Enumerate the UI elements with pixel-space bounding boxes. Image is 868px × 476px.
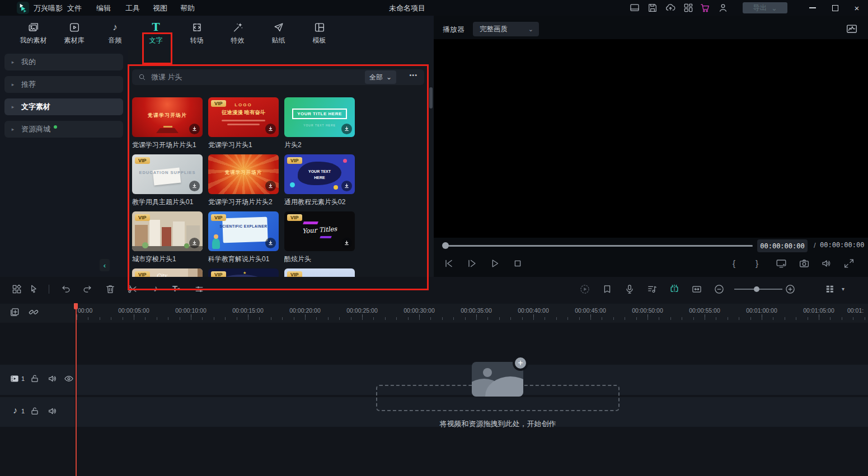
content-scrollbar[interactable] (429, 87, 433, 109)
fit-timeline-button[interactable] (691, 284, 702, 295)
download-icon[interactable] (265, 124, 276, 134)
snapshot-button[interactable] (798, 257, 810, 270)
more-options-icon[interactable]: ••• (409, 72, 417, 78)
adjust-button[interactable] (194, 284, 205, 295)
template-card[interactable]: VIP LOGO 征途漫漫 唯有奋斗 党课学习片头1 (208, 97, 279, 150)
split-button[interactable] (669, 284, 680, 295)
template-thumbnail[interactable]: VIP (132, 211, 203, 251)
download-icon[interactable] (341, 238, 352, 248)
tab-library[interactable]: 素材库 (54, 16, 95, 50)
sidebar-collapse-button[interactable]: ‹ (100, 259, 110, 271)
play-button[interactable] (489, 257, 501, 270)
cloud-upload-icon[interactable] (665, 2, 676, 13)
download-icon[interactable] (189, 124, 200, 134)
fullscreen-button[interactable] (843, 257, 855, 270)
sidebar-item-mine[interactable]: ▸ 我的 (4, 54, 123, 70)
audio-track-lock-icon[interactable] (29, 406, 40, 417)
undo-button[interactable] (60, 284, 72, 295)
template-thumbnail[interactable]: VIP City Travel (132, 268, 203, 277)
template-card[interactable]: VIP City Travel (132, 268, 203, 277)
tab-transitions[interactable]: 转场 (176, 16, 217, 50)
audio-tool-button[interactable]: ♪ (150, 284, 161, 295)
tab-audio[interactable]: ♪ 音频 (95, 16, 135, 50)
template-card[interactable]: VIP Your Titles 酷炫片头 (284, 211, 355, 264)
select-tool-button[interactable] (28, 284, 39, 295)
add-track-icon[interactable] (9, 307, 20, 318)
tab-text[interactable]: T 文字 (135, 16, 176, 50)
timeline-ruler[interactable]: 00:00 00:00:05:00 00:00:10:00 00:00:15:0… (0, 304, 868, 323)
window-minimize-button[interactable] (801, 0, 824, 16)
template-thumbnail[interactable]: VIP (284, 268, 355, 277)
sidebar-item-resource-store[interactable]: ▸ 资源商城 (4, 121, 123, 138)
playback-quality-dropdown[interactable]: 完整画质 ⌄ (473, 22, 539, 36)
zoom-slider-handle[interactable] (754, 286, 759, 292)
menu-help[interactable]: 帮助 (180, 3, 195, 13)
template-card[interactable]: 党课学习开场片 党课学习开场片片头1 (132, 97, 203, 150)
seek-bar[interactable] (445, 245, 753, 247)
delete-button[interactable] (105, 284, 116, 295)
track-view-caret-icon[interactable]: ▾ (842, 286, 844, 292)
zoom-in-button[interactable] (785, 284, 796, 295)
video-track-lock-icon[interactable] (29, 373, 40, 384)
record-voiceover-button[interactable] (624, 284, 635, 295)
store-cart-icon[interactable] (700, 2, 711, 13)
template-thumbnail[interactable]: 党课学习开场片 (132, 97, 203, 137)
window-close-button[interactable]: × (846, 0, 868, 16)
render-preview-button[interactable] (579, 284, 590, 295)
menu-edit[interactable]: 编辑 (96, 3, 111, 13)
template-card[interactable]: VIP SCIENTIFIC EXPLAINER 科学教育解说片头01 (208, 211, 279, 264)
template-thumbnail[interactable]: ★ VIP YOUR TEXT (208, 268, 279, 277)
download-icon[interactable] (265, 181, 276, 191)
tab-my-media[interactable]: 我的素材 (13, 16, 54, 50)
window-maximize-button[interactable] (824, 0, 846, 16)
marker-button[interactable] (602, 284, 613, 295)
playhead-line[interactable] (76, 303, 77, 476)
template-thumbnail[interactable]: VIP YOUR TEXT HERE (284, 154, 355, 194)
download-icon[interactable] (341, 124, 352, 134)
filter-dropdown[interactable]: 全部 ⌄ (365, 70, 396, 84)
seek-handle[interactable] (442, 242, 449, 249)
template-thumbnail[interactable]: VIP Your Titles (284, 211, 355, 251)
volume-button[interactable] (820, 257, 833, 270)
search-query[interactable]: 微课 片头 (151, 72, 182, 82)
template-thumbnail[interactable]: VIP LOGO 征途漫漫 唯有奋斗 (208, 97, 279, 137)
template-card[interactable]: ★ VIP YOUR TEXT (208, 268, 279, 277)
current-timecode[interactable]: 00:00:00:00 (757, 239, 808, 252)
template-thumbnail[interactable]: 党课学习开场片 (208, 154, 279, 194)
download-icon[interactable] (341, 181, 352, 191)
sidebar-item-text-assets[interactable]: ▸ 文字素材 (4, 98, 123, 115)
link-clips-icon[interactable] (28, 307, 39, 318)
tab-templates[interactable]: 模板 (299, 16, 340, 50)
redo-button[interactable] (82, 284, 93, 295)
next-frame-button[interactable] (466, 257, 478, 270)
display-mode-icon[interactable] (629, 2, 640, 13)
menu-view[interactable]: 视图 (153, 3, 167, 13)
add-media-plus-icon[interactable]: + (513, 355, 528, 371)
account-icon[interactable] (717, 2, 729, 13)
video-scope-icon[interactable] (846, 23, 858, 35)
template-thumbnail[interactable]: VIP SCIENTIFIC EXPLAINER (208, 211, 279, 251)
text-tool-button[interactable]: T▾ (172, 284, 180, 293)
export-button[interactable]: 导出 ⌄ (743, 2, 787, 13)
search-bar[interactable]: 微课 片头 全部 ⌄ ••• (132, 69, 424, 85)
sidebar-item-recommended[interactable]: ▸ 推荐 (4, 76, 123, 93)
download-icon[interactable] (189, 181, 200, 191)
cut-button[interactable] (127, 284, 138, 295)
template-thumbnail[interactable]: YOUR TITLE HERE YOUR TEXT HERE (284, 97, 355, 137)
stop-button[interactable] (512, 257, 524, 270)
menu-file[interactable]: 文件 (67, 3, 82, 13)
download-icon[interactable] (265, 238, 276, 248)
mark-out-button[interactable]: } (756, 258, 758, 268)
video-track-visibility-icon[interactable] (63, 373, 74, 384)
video-track-mute-icon[interactable] (47, 373, 58, 384)
video-preview-area[interactable] (434, 39, 868, 238)
template-card[interactable]: YOUR TITLE HERE YOUR TEXT HERE 片头2 (284, 97, 355, 150)
audio-track-mute-icon[interactable] (47, 406, 58, 417)
template-card[interactable]: VIP (284, 268, 355, 277)
track-view-button[interactable] (824, 284, 836, 295)
zoom-out-button[interactable] (714, 284, 725, 295)
tab-stickers[interactable]: 贴纸 (258, 16, 299, 50)
workspace-layout-icon[interactable] (683, 2, 694, 13)
audio-mixer-button[interactable] (646, 284, 658, 295)
template-card[interactable]: 党课学习开场片 党课学习开场片片头2 (208, 154, 279, 207)
